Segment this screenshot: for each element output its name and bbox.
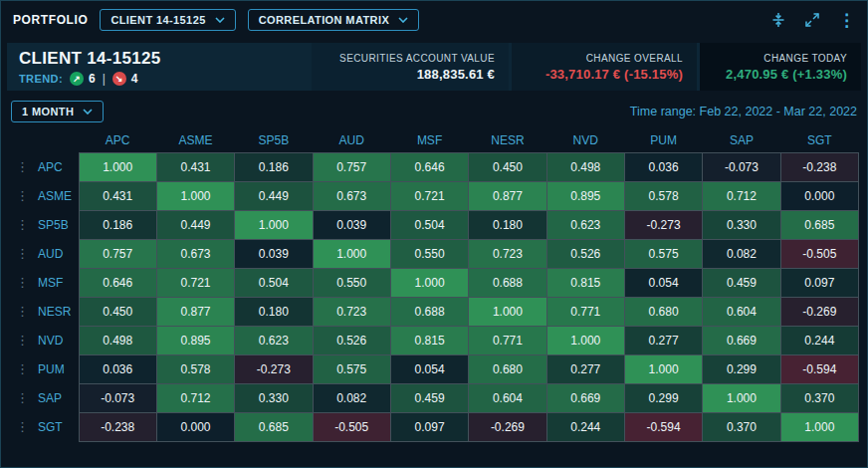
col-header-nvd[interactable]: NVD [546, 128, 624, 152]
matrix-cell: -0.505 [780, 239, 858, 268]
matrix-cell: 0.673 [313, 181, 390, 210]
row-menu-icon[interactable]: ⋮ [16, 246, 29, 261]
row-label: ASME [38, 189, 72, 203]
time-range-dropdown[interactable]: 1 MONTH [11, 101, 104, 122]
matrix-header-row: APCASMESP5BAUDMSFNESRNVDPUMSAPSGT [9, 128, 859, 152]
col-header-msf[interactable]: MSF [390, 128, 468, 152]
matrix-cell: 0.449 [156, 210, 234, 239]
matrix-cell: 0.000 [156, 412, 234, 441]
matrix-cell: 0.895 [546, 181, 624, 210]
row-menu-icon[interactable]: ⋮ [16, 275, 29, 290]
row-header-msf[interactable]: ⋮MSF [9, 268, 79, 297]
matrix-cell: 0.036 [79, 354, 156, 383]
matrix-cell: 0.054 [624, 268, 702, 297]
matrix-cell: 0.054 [390, 354, 468, 383]
row-menu-icon[interactable]: ⋮ [16, 217, 29, 232]
row-header-sp5b[interactable]: ⋮SP5B [9, 210, 79, 239]
col-header-apc[interactable]: APC [79, 128, 156, 152]
matrix-row-msf: ⋮MSF0.6460.7210.5040.5501.0000.6880.8150… [9, 268, 859, 297]
row-menu-icon[interactable]: ⋮ [16, 188, 29, 203]
col-header-asme[interactable]: ASME [156, 128, 234, 152]
matrix-cell: -0.269 [780, 297, 858, 326]
matrix-corner [9, 128, 79, 152]
matrix-row-sgt: ⋮SGT-0.2380.0000.685-0.5050.097-0.2690.2… [9, 412, 859, 441]
row-menu-icon[interactable]: ⋮ [16, 419, 29, 434]
matrix-cell: 0.757 [79, 239, 156, 268]
row-menu-icon[interactable]: ⋮ [16, 333, 29, 348]
expand-icon[interactable] [804, 12, 820, 28]
client-dropdown[interactable]: CLIENT 14-15125 [100, 9, 235, 31]
matrix-cell: 1.000 [703, 383, 780, 412]
stat-securities-account-value: SECURITIES ACCOUNT VALUE 188,835.61 € [312, 43, 509, 91]
matrix-cell: 0.646 [79, 268, 156, 297]
matrix-cell: 0.039 [235, 239, 313, 268]
matrix-cell: -0.273 [624, 210, 702, 239]
matrix-cell: 0.244 [780, 326, 858, 354]
row-header-apc[interactable]: ⋮APC [9, 152, 79, 181]
matrix-cell: 0.712 [703, 181, 780, 210]
col-header-sp5b[interactable]: SP5B [235, 128, 313, 152]
stat-label: SECURITIES ACCOUNT VALUE [339, 53, 495, 64]
matrix-cell: 0.673 [156, 239, 234, 268]
view-dropdown[interactable]: CORRELATION MATRIX [248, 9, 419, 31]
row-menu-icon[interactable]: ⋮ [16, 304, 29, 319]
matrix-cell: 0.685 [235, 412, 313, 441]
matrix-cell: 0.604 [469, 383, 546, 412]
trend-label: TREND: [19, 73, 63, 85]
chevron-down-icon [83, 109, 93, 115]
row-menu-icon[interactable]: ⋮ [16, 390, 29, 405]
matrix-body: ⋮APC1.0000.4310.1860.7570.6460.4500.4980… [9, 152, 859, 441]
matrix-cell: -0.269 [469, 412, 546, 441]
row-header-nvd[interactable]: ⋮NVD [9, 326, 79, 354]
row-header-pum[interactable]: ⋮PUM [9, 354, 79, 383]
col-header-nesr[interactable]: NESR [469, 128, 546, 152]
matrix-cell: 0.277 [624, 326, 702, 354]
matrix-cell: 0.688 [390, 297, 468, 326]
matrix-cell: 0.180 [469, 210, 546, 239]
matrix-cell: -0.238 [79, 412, 156, 441]
row-menu-icon[interactable]: ⋮ [16, 159, 29, 174]
matrix-cell: 0.299 [703, 354, 780, 383]
stat-value-0: 188,835.61 € [417, 67, 495, 82]
page-title: CLIENT 14-15125 [19, 49, 297, 69]
kebab-menu-icon[interactable]: ⋮ [838, 12, 855, 29]
matrix-cell: 0.877 [469, 181, 546, 210]
matrix-cell: 0.450 [79, 297, 156, 326]
matrix-cell: 0.449 [235, 181, 313, 210]
collapse-icon[interactable] [770, 12, 786, 28]
trend-down-icon: ↘ [112, 72, 126, 86]
top-bar-actions: ⋮ [770, 12, 855, 29]
matrix-row-aud: ⋮AUD0.7570.6730.0391.0000.5500.7230.5260… [9, 239, 859, 268]
client-summary-panel: CLIENT 14-15125 TREND: ↗ 6 | ↘ 4 SECURIT… [7, 43, 861, 91]
trend-up-count: 6 [89, 72, 96, 86]
row-header-sgt[interactable]: ⋮SGT [9, 412, 79, 441]
matrix-cell: 1.000 [390, 268, 468, 297]
portfolio-label: PORTFOLIO [13, 13, 88, 27]
col-header-pum[interactable]: PUM [624, 128, 702, 152]
time-range-text: Time range: Feb 22, 2022 - Mar 22, 2022 [630, 105, 857, 118]
row-header-asme[interactable]: ⋮ASME [9, 181, 79, 210]
col-header-sgt[interactable]: SGT [780, 128, 858, 152]
matrix-cell: 0.688 [469, 268, 546, 297]
correlation-matrix-table: APCASMESP5BAUDMSFNESRNVDPUMSAPSGT ⋮APC1.… [9, 128, 859, 442]
matrix-cell: 0.721 [156, 268, 234, 297]
matrix-cell: 0.771 [546, 297, 624, 326]
matrix-cell: 0.186 [79, 210, 156, 239]
matrix-cell: 0.082 [313, 383, 390, 412]
col-header-sap[interactable]: SAP [703, 128, 780, 152]
row-header-aud[interactable]: ⋮AUD [9, 239, 79, 268]
row-menu-icon[interactable]: ⋮ [16, 361, 29, 376]
matrix-cell: 0.459 [703, 268, 780, 297]
matrix-cell: 0.815 [546, 268, 624, 297]
matrix-cell: 1.000 [235, 210, 313, 239]
client-summary-left: CLIENT 14-15125 TREND: ↗ 6 | ↘ 4 [7, 43, 309, 91]
matrix-cell: 0.723 [469, 239, 546, 268]
matrix-cell: 0.680 [469, 354, 546, 383]
matrix-cell: 0.498 [546, 152, 624, 181]
row-header-sap[interactable]: ⋮SAP [9, 383, 79, 412]
row-header-nesr[interactable]: ⋮NESR [9, 297, 79, 326]
col-header-aud[interactable]: AUD [313, 128, 390, 152]
matrix-cell: 0.504 [235, 268, 313, 297]
matrix-cell: 0.685 [780, 210, 858, 239]
matrix-cell: 0.578 [624, 181, 702, 210]
